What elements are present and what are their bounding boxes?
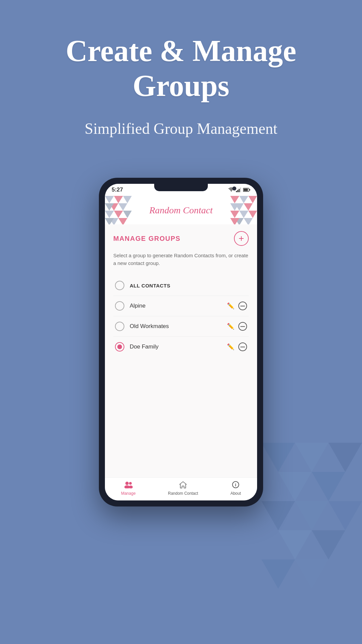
manage-groups-header: MANAGE GROUPS + xyxy=(113,231,249,246)
phone-camera xyxy=(232,186,236,191)
group-item-alpine[interactable]: Alpine ✏️ xyxy=(113,296,249,316)
minus-icon xyxy=(240,306,245,307)
svg-rect-44 xyxy=(240,326,245,327)
delete-alpine-button[interactable] xyxy=(238,302,247,310)
svg-marker-23 xyxy=(118,203,127,211)
group-item-all-contacts[interactable]: ALL CONTACTS xyxy=(113,275,249,296)
svg-marker-8 xyxy=(278,530,312,559)
svg-marker-20 xyxy=(114,196,123,203)
svg-point-47 xyxy=(129,482,132,485)
minus-icon-2 xyxy=(240,326,245,327)
manage-groups-title: MANAGE GROUPS xyxy=(113,235,181,243)
home-nav-icon xyxy=(179,481,187,490)
old-workmates-actions: ✏️ xyxy=(227,322,247,331)
radio-alpine[interactable] xyxy=(115,301,124,311)
delete-doe-family-button[interactable] xyxy=(238,342,247,351)
svg-marker-32 xyxy=(239,196,248,203)
radio-old-workmates[interactable] xyxy=(115,322,124,331)
svg-marker-21 xyxy=(123,196,132,203)
group-item-old-workmates[interactable]: Old Workmates ✏️ xyxy=(113,316,249,337)
nav-manage[interactable]: Manage xyxy=(121,481,135,496)
svg-marker-37 xyxy=(230,211,239,218)
app-content: MANAGE GROUPS + Select a group to genera… xyxy=(105,224,257,477)
manage-nav-icon xyxy=(124,481,133,490)
svg-marker-19 xyxy=(105,196,114,203)
svg-point-46 xyxy=(125,482,129,485)
app-title-text: Random Contact xyxy=(149,205,213,216)
svg-marker-27 xyxy=(123,211,132,218)
svg-rect-45 xyxy=(240,346,245,347)
group-name-alpine: Alpine xyxy=(130,303,222,309)
radio-dot-doe-family xyxy=(117,344,122,349)
header-pattern-left xyxy=(105,196,132,224)
info-nav-icon: i xyxy=(232,481,239,490)
phone-screen: 5:27 xyxy=(105,184,257,500)
bottom-nav: Manage Random Contact i xyxy=(105,477,257,500)
radio-all-contacts[interactable] xyxy=(115,281,124,290)
svg-marker-50 xyxy=(180,482,186,488)
svg-marker-10 xyxy=(261,559,295,589)
svg-marker-33 xyxy=(248,196,257,203)
nav-manage-label: Manage xyxy=(121,491,135,496)
svg-rect-13 xyxy=(237,190,238,192)
header-pattern-right xyxy=(230,196,257,224)
manage-description: Select a group to generate Random Contac… xyxy=(113,252,249,267)
svg-rect-14 xyxy=(239,189,240,192)
svg-text:i: i xyxy=(235,482,236,487)
nav-random-contact[interactable]: Random Contact xyxy=(168,481,198,496)
hero-title: Create & Manage Groups xyxy=(27,34,335,103)
nav-random-contact-label: Random Contact xyxy=(168,491,198,496)
svg-marker-35 xyxy=(244,203,253,211)
minus-icon-3 xyxy=(240,346,245,347)
svg-rect-18 xyxy=(249,189,250,191)
signal-icon xyxy=(236,187,241,192)
edit-alpine-icon[interactable]: ✏️ xyxy=(227,302,234,310)
nav-about[interactable]: i About xyxy=(230,481,241,496)
add-icon: + xyxy=(239,233,244,244)
phone-notch xyxy=(154,184,208,191)
app-header: Random Contact xyxy=(105,196,257,224)
svg-marker-26 xyxy=(114,211,123,218)
add-group-button[interactable]: + xyxy=(234,231,249,246)
edit-old-workmates-icon[interactable]: ✏️ xyxy=(227,323,234,330)
status-icons xyxy=(228,187,250,192)
group-name-all-contacts: ALL CONTACTS xyxy=(130,283,247,288)
hero-section: Create & Manage Groups Simplified Group … xyxy=(0,0,362,158)
svg-marker-25 xyxy=(105,211,114,218)
group-item-doe-family[interactable]: Doe Family ✏️ xyxy=(113,337,249,357)
svg-rect-12 xyxy=(236,191,237,192)
delete-old-workmates-button[interactable] xyxy=(238,322,247,331)
svg-rect-15 xyxy=(240,187,241,192)
svg-rect-17 xyxy=(244,189,248,191)
hero-subtitle: Simplified Group Management xyxy=(27,120,335,138)
svg-rect-43 xyxy=(240,306,245,306)
phone-body: 5:27 xyxy=(99,178,263,506)
radio-doe-family[interactable] xyxy=(115,342,124,352)
nav-about-label: About xyxy=(230,491,241,496)
group-list: ALL CONTACTS Alpine ✏️ xyxy=(113,275,249,357)
svg-marker-41 xyxy=(244,218,253,224)
status-time: 5:27 xyxy=(112,186,123,193)
svg-marker-38 xyxy=(239,211,248,218)
svg-marker-29 xyxy=(118,218,127,224)
svg-marker-31 xyxy=(230,196,239,203)
svg-point-49 xyxy=(129,486,133,489)
group-name-doe-family: Doe Family xyxy=(130,343,222,350)
alpine-actions: ✏️ xyxy=(227,302,247,310)
svg-marker-9 xyxy=(312,530,345,559)
edit-doe-family-icon[interactable]: ✏️ xyxy=(227,343,234,351)
group-name-old-workmates: Old Workmates xyxy=(130,323,222,330)
doe-family-actions: ✏️ xyxy=(227,342,247,351)
svg-marker-39 xyxy=(248,211,257,218)
battery-icon xyxy=(243,187,250,192)
phone-mockup: 5:27 xyxy=(0,178,362,506)
svg-marker-11 xyxy=(295,559,328,589)
